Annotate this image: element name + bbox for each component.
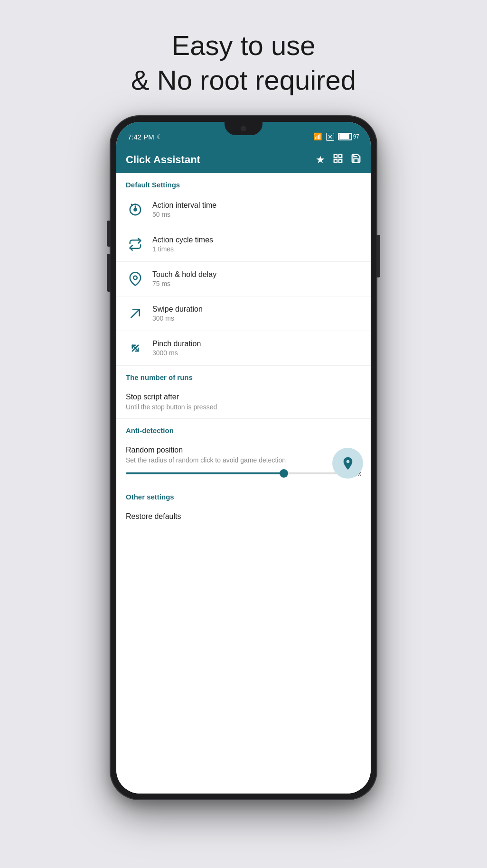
- headline: Easy to use & No root required: [131, 28, 356, 97]
- svg-point-6: [133, 276, 137, 280]
- section-anti-detection: Anti-detection: [116, 419, 371, 438]
- battery-indicator: 97: [338, 133, 359, 140]
- x-icon: ✕: [326, 133, 334, 141]
- vol-down-button: [107, 254, 111, 292]
- slider-fill: [126, 472, 284, 474]
- status-time: 7:42 PM ☾: [128, 133, 162, 141]
- stop-script-item[interactable]: Stop script after Until the stop button …: [116, 385, 371, 419]
- svg-point-5: [134, 209, 137, 211]
- screen-content: Default Settings Action interval time 50…: [116, 173, 371, 794]
- battery-body: [338, 133, 352, 140]
- battery-fill: [339, 134, 350, 139]
- random-position-desc: Set the radius of random click to avoid …: [126, 456, 302, 464]
- settings-item-swipe-duration[interactable]: Swipe duration 300 ms: [116, 296, 371, 331]
- headline-line1: Easy to use: [131, 28, 356, 63]
- camera: [241, 126, 246, 131]
- random-position-item[interactable]: Random position Set the radius of random…: [116, 438, 371, 485]
- svg-rect-1: [339, 155, 342, 157]
- action-interval-time-text: Action interval time 50 ms: [152, 201, 216, 218]
- svg-rect-0: [334, 155, 337, 157]
- notch: [225, 122, 262, 135]
- settings-item-pinch-duration[interactable]: Pinch duration 3000 ms: [116, 331, 371, 366]
- location-pin-icon: [126, 269, 145, 288]
- header-actions: ★: [316, 153, 361, 166]
- star-icon[interactable]: ★: [316, 154, 325, 166]
- app-header: Click Assistant ★: [116, 147, 371, 173]
- section-default-settings: Default Settings: [116, 173, 371, 193]
- bluetooth-icon: 📶: [313, 132, 322, 141]
- slider-track: [126, 472, 337, 474]
- settings-item-action-cycle-times[interactable]: Action cycle times 1 times: [116, 227, 371, 262]
- pinch-icon: [126, 339, 145, 358]
- action-cycle-times-text: Action cycle times 1 times: [152, 236, 213, 253]
- save-icon[interactable]: [351, 153, 361, 166]
- random-position-title: Random position: [126, 446, 361, 454]
- stop-script-title: Stop script after: [126, 393, 361, 401]
- svg-rect-2: [334, 159, 337, 162]
- app-title: Click Assistant: [126, 154, 200, 166]
- moon-icon: ☾: [157, 133, 162, 140]
- settings-item-touch-hold-delay[interactable]: Touch & hold delay 75 ms: [116, 262, 371, 296]
- tool-icon[interactable]: [333, 153, 343, 166]
- status-icons: 📶 ✕ 97: [313, 132, 359, 141]
- svg-rect-3: [339, 159, 342, 162]
- swipe-icon: [126, 304, 145, 323]
- stop-script-desc: Until the stop button is pressed: [126, 403, 361, 411]
- section-other-settings: Other settings: [116, 485, 371, 505]
- phone-mockup: 7:42 PM ☾ 📶 ✕ 97 Click Assistant ★: [111, 116, 376, 799]
- slider-container[interactable]: 150 px: [126, 470, 361, 477]
- cycle-icon: [126, 235, 145, 254]
- timer-icon: [126, 200, 145, 219]
- section-number-of-runs: The number of runs: [116, 366, 371, 385]
- settings-item-action-interval-time[interactable]: Action interval time 50 ms: [116, 193, 371, 227]
- restore-defaults-item[interactable]: Restore defaults: [116, 505, 371, 528]
- slider-thumb[interactable]: [280, 469, 288, 478]
- svg-line-7: [131, 309, 140, 318]
- status-bar: 7:42 PM ☾ 📶 ✕ 97: [116, 122, 371, 147]
- touch-hold-delay-text: Touch & hold delay 75 ms: [152, 270, 216, 287]
- vol-up-button: [107, 221, 111, 247]
- location-bubble: [332, 448, 363, 479]
- pinch-duration-text: Pinch duration 3000 ms: [152, 340, 201, 357]
- power-button: [376, 235, 380, 277]
- battery-text: 97: [353, 133, 359, 140]
- phone-screen: 7:42 PM ☾ 📶 ✕ 97 Click Assistant ★: [116, 122, 371, 794]
- swipe-duration-text: Swipe duration 300 ms: [152, 305, 203, 322]
- headline-line2: & No root required: [131, 63, 356, 98]
